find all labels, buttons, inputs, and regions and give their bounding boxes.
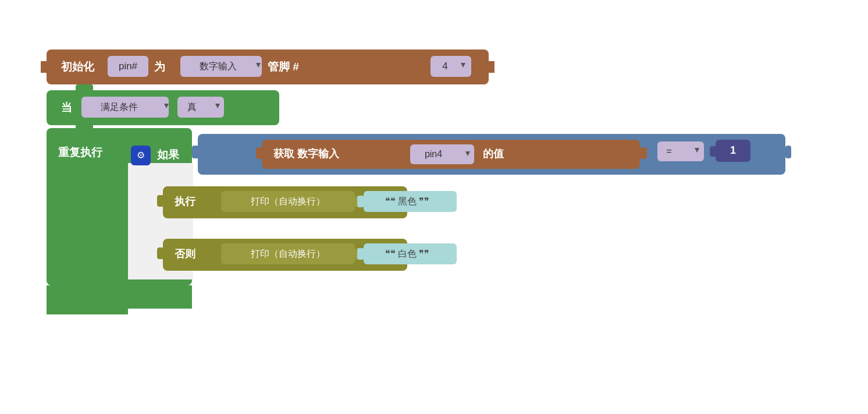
svg-text:如果: 如果 — [156, 148, 180, 161]
svg-text:满足条件: 满足条件 — [101, 102, 138, 112]
svg-rect-44 — [710, 146, 717, 157]
svg-rect-64 — [357, 248, 364, 260]
svg-text:重复执行: 重复执行 — [58, 146, 103, 158]
svg-text:管脚 #: 管脚 # — [268, 61, 299, 73]
svg-text:执行: 执行 — [174, 196, 196, 207]
svg-rect-70 — [76, 124, 93, 130]
svg-rect-69 — [76, 84, 93, 91]
svg-rect-57 — [157, 247, 164, 259]
svg-rect-47 — [157, 195, 164, 207]
svg-text:否则: 否则 — [175, 248, 195, 260]
svg-text:数字输入: 数字输入 — [200, 61, 237, 71]
svg-text:初始化: 初始化 — [61, 61, 95, 73]
svg-text:为: 为 — [154, 61, 165, 73]
svg-text:打印（自动换行）: 打印（自动换行） — [250, 249, 325, 259]
svg-rect-8 — [431, 56, 471, 77]
svg-text:当: 当 — [61, 101, 72, 114]
svg-text:❝❝  白色  ❞❞: ❝❝ 白色 ❞❞ — [385, 249, 430, 259]
svg-text:4: 4 — [442, 61, 447, 72]
svg-text:获取  数字输入: 获取 数字输入 — [273, 147, 340, 160]
svg-rect-68 — [47, 306, 128, 312]
svg-text:打印（自动换行）: 打印（自动换行） — [250, 196, 325, 206]
svg-text:的值: 的值 — [483, 148, 504, 160]
svg-rect-30 — [192, 146, 199, 158]
svg-rect-34 — [640, 147, 647, 159]
svg-text:=: = — [666, 146, 671, 156]
svg-text:1: 1 — [730, 144, 736, 156]
svg-rect-33 — [256, 147, 263, 159]
svg-rect-1 — [41, 61, 47, 73]
svg-text:❝❝  黑色  ❞❞: ❝❝ 黑色 ❞❞ — [385, 196, 430, 206]
svg-rect-31 — [785, 146, 791, 158]
svg-text:pin4: pin4 — [425, 149, 442, 159]
svg-rect-2 — [489, 61, 495, 73]
svg-text:pin#: pin# — [119, 61, 138, 72]
svg-text:⚙: ⚙ — [137, 150, 145, 160]
svg-rect-54 — [357, 196, 364, 207]
svg-text:真: 真 — [187, 102, 197, 112]
